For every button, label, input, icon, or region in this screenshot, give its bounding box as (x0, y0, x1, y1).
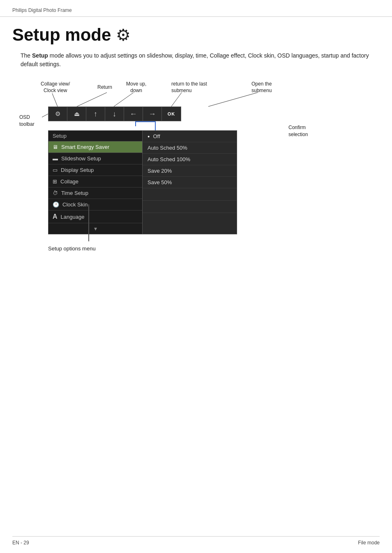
menu-item-collage[interactable]: ⊞ Collage (48, 176, 142, 187)
submenu-item-save20[interactable]: Save 20% (143, 165, 237, 177)
collage-label: Collage (60, 178, 78, 185)
language-icon: A (53, 213, 58, 220)
submenu-item-off[interactable]: ● Off (143, 131, 237, 142)
left-toolbar-btn[interactable]: ← (124, 106, 143, 121)
label-confirm: Confirm selection (288, 124, 308, 138)
right-toolbar-btn[interactable]: → (143, 106, 162, 121)
smart-energy-label: Smart Energy Saver (61, 144, 109, 150)
description: The Setup mode allows you to adjust sett… (12, 51, 380, 69)
gear-icon: ⚙ (116, 25, 131, 44)
time-label: Time Setup (61, 190, 88, 196)
title-row: Setup mode ⚙ (12, 25, 380, 45)
menu-item-display[interactable]: ▭ Display Setup (48, 164, 142, 176)
setup-options-line (88, 204, 89, 241)
clock-label: Clock Skin (62, 201, 88, 208)
label-osd-toolbar: OSD toolbar (19, 114, 35, 128)
label-opensubmenu: Open the submenu (251, 81, 272, 94)
time-icon: ⏱ (53, 190, 58, 196)
menu-item-smart-energy[interactable]: 🖥 Smart Energy Saver (48, 141, 142, 153)
menu-item-clock[interactable]: 🕐 Clock Skin (48, 199, 142, 211)
ok-toolbar-btn[interactable]: OK (162, 106, 181, 121)
slideshow-label: Slideshow Setup (61, 155, 101, 162)
submenu-save20-label: Save 20% (148, 168, 172, 174)
more-icon: ▾ (94, 225, 97, 232)
submenu-autosched100-label: Auto Sched 100% (148, 156, 190, 162)
setup-bold: Setup (32, 52, 48, 59)
label-returnlast: return to the last submenu (171, 81, 207, 94)
svg-line-3 (171, 93, 182, 106)
osd-toolbar: ⚙ ⏏ ↑ ↓ ← → OK (48, 106, 181, 121)
left-menu: Setup 🖥 Smart Energy Saver ▬ Slideshow S… (48, 130, 143, 234)
selection-indicator-h (135, 121, 155, 122)
diagram-area: Collage view/ Clock view Return Move up,… (19, 81, 373, 287)
home-toolbar-btn[interactable]: ⏏ (67, 106, 86, 121)
label-collage-clock: Collage view/ Clock view (41, 81, 70, 94)
label-moveupdown: Move up, down (126, 81, 146, 94)
clock-icon: 🕐 (53, 201, 59, 208)
page-footer: EN - 29 File mode (12, 536, 380, 546)
menu-title: Setup (48, 131, 142, 141)
svg-line-1 (77, 93, 107, 106)
smart-energy-icon: 🖥 (53, 144, 58, 150)
right-submenu: ● Off Auto Sched 50% Auto Sched 100% Sav… (143, 130, 237, 234)
display-icon: ▭ (53, 167, 58, 173)
bullet-icon: ● (148, 134, 150, 139)
svg-line-0 (52, 93, 58, 106)
display-label: Display Setup (61, 167, 94, 173)
collage-icon: ⊞ (53, 178, 57, 185)
svg-line-5 (42, 114, 48, 117)
submenu-autosched50-label: Auto Sched 50% (148, 145, 187, 151)
settings-toolbar-btn[interactable]: ⚙ (48, 106, 67, 121)
submenu-item-autosched50[interactable]: Auto Sched 50% (143, 142, 237, 154)
main-content: Setup mode ⚙ The Setup mode allows you t… (0, 17, 392, 299)
language-label: Language (61, 214, 85, 220)
submenu-save50-label: Save 50% (148, 179, 172, 185)
svg-line-4 (208, 93, 258, 106)
menu-item-language[interactable]: A Language (48, 211, 142, 223)
up-toolbar-btn[interactable]: ↑ (86, 106, 105, 121)
menu-container: Setup 🖥 Smart Energy Saver ▬ Slideshow S… (48, 130, 237, 234)
menu-more: ▾ (48, 223, 142, 234)
footer-mode: File mode (358, 540, 380, 546)
svg-line-2 (114, 93, 134, 106)
footer-page-number: EN - 29 (12, 540, 29, 546)
page-title: Setup mode (12, 25, 111, 45)
label-return: Return (97, 84, 112, 90)
submenu-item-save50[interactable]: Save 50% (143, 177, 237, 188)
submenu-item-empty1 (143, 188, 237, 201)
setup-options-label: Setup options menu (48, 245, 96, 252)
slideshow-icon: ▬ (53, 155, 58, 162)
menu-item-time[interactable]: ⏱ Time Setup (48, 187, 142, 199)
brand-text: Philips Digital Photo Frame (12, 7, 72, 13)
submenu-item-empty2 (143, 201, 237, 213)
submenu-off-label: Off (153, 133, 160, 139)
submenu-item-autosched100[interactable]: Auto Sched 100% (143, 154, 237, 165)
page-header: Philips Digital Photo Frame (0, 0, 392, 17)
menu-item-slideshow[interactable]: ▬ Slideshow Setup (48, 153, 142, 164)
down-toolbar-btn[interactable]: ↓ (105, 106, 124, 121)
